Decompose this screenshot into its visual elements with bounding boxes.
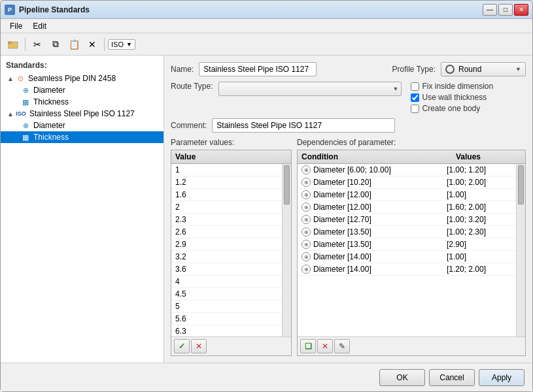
cond-cell: ⊕Diameter [13.50] xyxy=(301,227,447,237)
tree-item-seamless-pipe[interactable]: ▲ ⊙ Seamless Pipe DIN 2458 xyxy=(1,73,163,84)
cond-icon: ⊕ xyxy=(301,203,311,212)
table-row[interactable]: 1.2 xyxy=(171,176,282,189)
val-cell: [2.90] xyxy=(447,240,512,249)
dep-table-row[interactable]: ⊕Diameter [10.20][1.00; 2.00] xyxy=(298,176,516,189)
name-row: Name: Profile Type: Round ▼ xyxy=(171,62,526,76)
dep-toolbar: ❑ ✕ ✎ xyxy=(298,336,525,355)
standards-label: Standards: xyxy=(1,59,163,73)
table-row[interactable]: 2.9 xyxy=(171,238,282,251)
table-row[interactable]: 3.2 xyxy=(171,251,282,263)
table-row[interactable]: 3.6 xyxy=(171,263,282,276)
table-row[interactable]: 5 xyxy=(171,301,282,313)
round-circle-icon xyxy=(445,65,455,74)
close-button[interactable]: ✕ xyxy=(514,4,528,16)
toolbar-delete-button[interactable]: ✕ xyxy=(84,37,101,52)
fix-inside-checkbox[interactable] xyxy=(411,82,419,91)
toolbar-sep-2 xyxy=(104,38,105,51)
menu-file[interactable]: File xyxy=(5,20,27,32)
cond-icon: ⊕ xyxy=(301,190,311,199)
ok-button[interactable]: OK xyxy=(379,369,425,386)
cond-cell: ⊕Diameter [14.00] xyxy=(301,252,447,261)
combo-arrow-icon: ▼ xyxy=(126,41,132,48)
route-type-select[interactable] xyxy=(218,82,402,96)
toolbar: ✂ ⧉ 📋 ✕ ISO ▼ xyxy=(1,33,532,56)
toggle-seamless-icon: ▲ xyxy=(6,75,15,82)
cond-icon: ⊕ xyxy=(301,240,311,249)
table-row[interactable]: 1.6 xyxy=(171,189,282,201)
dep-table-row[interactable]: ⊕Diameter [12.70][1.00; 3.20] xyxy=(298,214,516,226)
table-row[interactable]: 2.6 xyxy=(171,226,282,238)
use-wall-row: Use wall thickness xyxy=(411,93,494,102)
table-row[interactable]: 2 xyxy=(171,201,282,214)
menu-edit[interactable]: Edit xyxy=(27,20,52,32)
cancel-button[interactable]: Cancel xyxy=(429,369,475,386)
toolbar-folder-button[interactable] xyxy=(5,37,22,52)
tree-item-diam1[interactable]: ⊕ Diameter xyxy=(1,84,163,96)
dep-scroll-wrap: ⊕Diameter [6.00; 10.00][1.00; 1.20]⊕Diam… xyxy=(298,164,525,336)
dep-delete-button[interactable]: ✕ xyxy=(317,339,333,353)
toolbar-iso-combo[interactable]: ISO ▼ xyxy=(108,39,135,50)
dep-table-row[interactable]: ⊕Diameter [12.00][1.60; 2.00] xyxy=(298,201,516,214)
dep-table-row[interactable]: ⊕Diameter [13.50][1.00; 2.30] xyxy=(298,226,516,238)
cond-cell: ⊕Diameter [6.00; 10.00] xyxy=(301,165,447,174)
create-body-checkbox[interactable] xyxy=(411,105,419,113)
cond-col-header: Condition xyxy=(301,152,456,161)
dependencies-title: Dependencies of parameter: xyxy=(297,138,526,147)
param-add-button[interactable]: ✓ xyxy=(174,339,190,353)
tree-item-thick2[interactable]: ▦ Thickness xyxy=(1,131,163,143)
dep-edit-button[interactable]: ✎ xyxy=(334,339,350,353)
param-delete-button[interactable]: ✕ xyxy=(191,339,207,353)
menu-bar: File Edit xyxy=(1,19,532,33)
val-cell: [1.00] xyxy=(447,190,512,199)
maximize-button[interactable]: □ xyxy=(498,4,513,16)
dep-table-row[interactable]: ⊕Diameter [14.00][1.20; 2.00] xyxy=(298,263,516,276)
cond-text: Diameter [10.20] xyxy=(313,178,371,187)
name-input[interactable] xyxy=(199,62,317,76)
toolbar-copy-button[interactable]: ⧉ xyxy=(47,37,64,52)
param-values-section: Parameter values: Value 11.21.622.32.62.… xyxy=(171,138,292,356)
table-row[interactable]: 1 xyxy=(171,164,282,176)
table-row[interactable]: 2.3 xyxy=(171,214,282,226)
bottom-bar: OK Cancel Apply xyxy=(1,363,532,391)
title-bar: P Pipeline Standards — □ ✕ xyxy=(1,1,532,19)
title-buttons: — □ ✕ xyxy=(483,4,528,16)
dep-header: Condition Values xyxy=(298,150,525,164)
thick2-label: Thickness xyxy=(33,133,69,142)
tree-item-thick1[interactable]: ▦ Thickness xyxy=(1,96,163,108)
val-col-header: Values xyxy=(456,152,521,161)
name-label: Name: xyxy=(171,65,194,74)
minimize-button[interactable]: — xyxy=(483,4,497,16)
value-col-header: Value xyxy=(175,152,196,161)
profile-type-combo[interactable]: Round ▼ xyxy=(441,62,526,76)
cond-icon: ⊕ xyxy=(301,178,311,187)
tree-item-diam2[interactable]: ⊕ Diameter xyxy=(1,120,163,131)
dep-scrollbar[interactable] xyxy=(516,164,525,336)
profile-type-value: Round xyxy=(458,65,511,74)
val-cell: [1.20; 2.00] xyxy=(447,265,512,274)
left-panel: Standards: ▲ ⊙ Seamless Pipe DIN 2458 ⊕ … xyxy=(1,56,164,363)
dep-table-row[interactable]: ⊕Diameter [14.00][1.00] xyxy=(298,251,516,263)
param-scrollbar-thumb[interactable] xyxy=(284,165,290,204)
iso-label: ISO xyxy=(111,41,124,48)
dep-table-row[interactable]: ⊕Diameter [12.00][1.00] xyxy=(298,189,516,201)
use-wall-label: Use wall thickness xyxy=(422,93,487,102)
apply-button[interactable]: Apply xyxy=(479,369,524,386)
toolbar-paste-button[interactable]: 📋 xyxy=(65,37,82,52)
table-row[interactable]: 4.5 xyxy=(171,288,282,301)
use-wall-checkbox[interactable] xyxy=(411,93,419,102)
val-cell: [1.00; 2.00] xyxy=(447,178,512,187)
comment-input[interactable] xyxy=(212,118,395,133)
table-row[interactable]: 5.6 xyxy=(171,313,282,325)
table-row[interactable]: 4 xyxy=(171,276,282,288)
dep-table-row[interactable]: ⊕Diameter [13.50][2.90] xyxy=(298,238,516,251)
checkboxes-col: Fix inside dimension Use wall thickness … xyxy=(411,82,494,113)
dep-scrollbar-thumb[interactable] xyxy=(518,165,524,204)
params-area: Parameter values: Value 11.21.622.32.62.… xyxy=(171,138,526,356)
dep-table-row[interactable]: ⊕Diameter [6.00; 10.00][1.00; 1.20] xyxy=(298,164,516,176)
cond-icon: ⊕ xyxy=(301,215,311,224)
param-values-scrollbar[interactable] xyxy=(282,164,291,336)
toolbar-cut-button[interactable]: ✂ xyxy=(29,37,46,52)
dep-add-button[interactable]: ❑ xyxy=(300,339,316,353)
table-row[interactable]: 6.3 xyxy=(171,325,282,336)
tree-item-stainless-pipe[interactable]: ▲ ISO Stainless Steel Pipe ISO 1127 xyxy=(1,108,163,120)
